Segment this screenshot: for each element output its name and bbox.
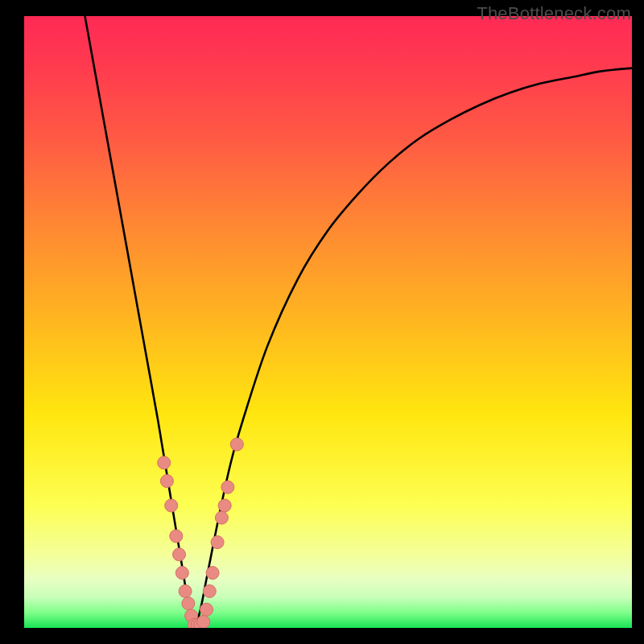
bottleneck-curve xyxy=(85,16,633,628)
curve-layer xyxy=(24,16,632,628)
data-marker xyxy=(173,548,186,561)
data-marker xyxy=(200,603,213,616)
data-marker xyxy=(179,584,192,597)
data-marker xyxy=(160,475,173,488)
data-marker xyxy=(221,481,234,493)
data-marker xyxy=(218,499,231,512)
data-marker xyxy=(158,456,171,469)
watermark-text: TheBottleneck.com xyxy=(477,3,631,24)
data-marker xyxy=(206,567,219,580)
data-marker xyxy=(182,597,195,610)
data-marker xyxy=(215,511,228,524)
data-marker xyxy=(165,499,178,512)
data-marker xyxy=(197,615,210,628)
plot-area xyxy=(24,16,632,628)
data-marker xyxy=(170,530,183,543)
chart-frame: TheBottleneck.com xyxy=(0,0,644,644)
data-marker xyxy=(175,567,188,580)
data-marker xyxy=(230,438,243,451)
data-marker xyxy=(211,536,224,549)
data-marker xyxy=(203,584,216,597)
